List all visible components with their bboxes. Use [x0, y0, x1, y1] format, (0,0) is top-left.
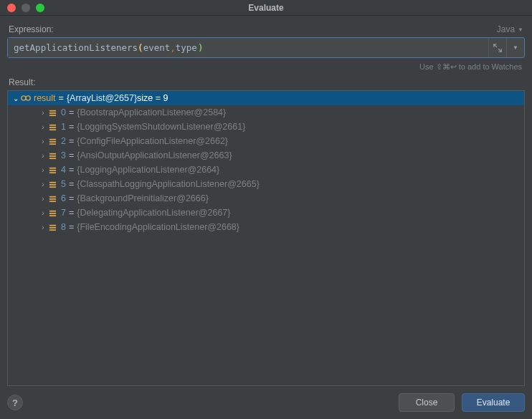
expression-field-wrap: getApplicationListeners(event, type) ▼	[7, 37, 525, 58]
chevron-down-icon: ▼	[518, 27, 523, 33]
svg-rect-16	[49, 172, 55, 173]
equals-sign: =	[59, 93, 64, 103]
expand-expression-button[interactable]	[489, 38, 506, 57]
svg-rect-19	[49, 186, 55, 188]
svg-rect-22	[49, 201, 55, 202]
array-element-icon	[48, 137, 57, 145]
svg-rect-18	[49, 184, 55, 186]
language-selector[interactable]: Java ▼	[497, 24, 523, 34]
expr-comma: ,	[170, 42, 176, 53]
help-button[interactable]: ?	[7, 395, 23, 410]
svg-rect-12	[49, 155, 55, 157]
svg-rect-24	[49, 213, 55, 214]
array-element-icon	[48, 223, 57, 231]
expand-icon[interactable]: ›	[38, 109, 48, 117]
array-element-icon	[48, 194, 57, 203]
item-ref: {BootstrapApplicationListener@2584}	[77, 107, 226, 117]
svg-rect-26	[49, 224, 55, 226]
expand-icon[interactable]: ›	[38, 223, 48, 231]
svg-rect-20	[49, 196, 55, 197]
svg-rect-5	[49, 124, 55, 125]
minimize-window-button[interactable]	[22, 4, 30, 12]
equals-sign: =	[69, 193, 74, 203]
result-root-row[interactable]: ⌄ result = {ArrayList@2657} size = 9	[8, 91, 524, 105]
svg-rect-21	[49, 198, 55, 200]
chevron-down-icon: ▼	[513, 44, 518, 51]
result-item-row[interactable]: ›2 = {ConfigFileApplicationListener@2662…	[8, 134, 524, 148]
item-ref: {DelegatingApplicationListener@2667}	[77, 208, 230, 218]
svg-rect-27	[49, 227, 55, 228]
expand-icon[interactable]: ⌄	[11, 95, 21, 102]
item-index: 4	[61, 165, 66, 175]
result-item-row[interactable]: ›3 = {AnsiOutputApplicationListener@2663…	[8, 148, 524, 163]
equals-sign: =	[69, 208, 74, 218]
svg-rect-14	[49, 167, 55, 168]
result-item-row[interactable]: ›1 = {LoggingSystemShutdownListener@2661…	[8, 120, 524, 134]
svg-rect-9	[49, 141, 55, 143]
zoom-window-button[interactable]	[36, 4, 44, 12]
window-title: Evaluate	[0, 3, 532, 13]
svg-point-1	[26, 96, 30, 100]
svg-rect-13	[49, 158, 55, 159]
evaluate-button[interactable]: Evaluate	[462, 393, 525, 412]
svg-rect-28	[49, 229, 55, 231]
result-item-row[interactable]: ›8 = {FileEncodingApplicationListener@26…	[8, 220, 524, 234]
language-name: Java	[497, 24, 515, 34]
result-panel: ⌄ result = {ArrayList@2657} size = 9 ›0 …	[7, 90, 525, 386]
array-element-icon	[48, 208, 57, 217]
item-index: 8	[61, 222, 66, 232]
item-index: 1	[61, 122, 66, 132]
svg-rect-23	[49, 210, 55, 211]
expression-label: Expression:	[9, 24, 54, 34]
result-item-row[interactable]: ›6 = {BackgroundPreinitializer@2666}	[8, 191, 524, 206]
expr-arg1: event	[143, 42, 171, 53]
item-ref: {LoggingApplicationListener@2664}	[77, 165, 219, 175]
item-index: 3	[61, 150, 66, 160]
array-element-icon	[48, 180, 57, 188]
expand-icon[interactable]: ›	[38, 123, 48, 131]
svg-rect-6	[49, 127, 55, 128]
item-index: 7	[61, 208, 66, 218]
result-size: size = 9	[137, 93, 168, 103]
equals-sign: =	[69, 150, 74, 160]
expr-fn: getApplicationListeners	[14, 42, 138, 53]
result-tree[interactable]: ⌄ result = {ArrayList@2657} size = 9 ›0 …	[8, 91, 524, 234]
expand-icon[interactable]: ›	[38, 209, 48, 217]
equals-sign: =	[69, 107, 74, 117]
item-index: 6	[61, 193, 66, 203]
item-ref: {LoggingSystemShutdownListener@2661}	[77, 122, 245, 132]
expand-icon[interactable]: ›	[38, 166, 48, 174]
result-label: Result:	[9, 77, 523, 87]
expand-icon	[493, 43, 503, 53]
window-controls	[7, 4, 44, 12]
result-item-row[interactable]: ›0 = {BootstrapApplicationListener@2584}	[8, 105, 524, 120]
object-icon	[21, 94, 31, 102]
array-element-icon	[48, 165, 57, 174]
result-var-name: result	[34, 93, 56, 103]
expression-input[interactable]: getApplicationListeners(event, type)	[8, 38, 488, 57]
item-ref: {AnsiOutputApplicationListener@2663}	[77, 150, 232, 160]
expand-icon[interactable]: ›	[38, 180, 48, 188]
item-index: 5	[61, 179, 66, 189]
result-item-row[interactable]: ›4 = {LoggingApplicationListener@2664}	[8, 163, 524, 177]
title-bar: Evaluate	[0, 0, 532, 16]
svg-point-0	[22, 96, 26, 100]
equals-sign: =	[69, 222, 74, 232]
svg-rect-2	[49, 110, 55, 111]
equals-sign: =	[69, 122, 74, 132]
close-window-button[interactable]	[7, 4, 16, 12]
result-item-row[interactable]: ›7 = {DelegatingApplicationListener@2667…	[8, 206, 524, 220]
close-button[interactable]: Close	[399, 393, 455, 412]
expand-icon[interactable]: ›	[38, 195, 48, 203]
array-element-icon	[48, 151, 57, 160]
expand-icon[interactable]: ›	[38, 138, 48, 145]
item-ref: {ClasspathLoggingApplicationListener@266…	[77, 179, 260, 189]
array-element-icon	[48, 108, 57, 117]
equals-sign: =	[69, 136, 74, 146]
item-ref: {FileEncodingApplicationListener@2668}	[77, 222, 239, 232]
result-item-row[interactable]: ›5 = {ClasspathLoggingApplicationListene…	[8, 177, 524, 191]
array-element-icon	[48, 122, 57, 131]
equals-sign: =	[69, 165, 74, 175]
expand-icon[interactable]: ›	[38, 152, 48, 160]
expression-history-button[interactable]: ▼	[507, 38, 524, 57]
